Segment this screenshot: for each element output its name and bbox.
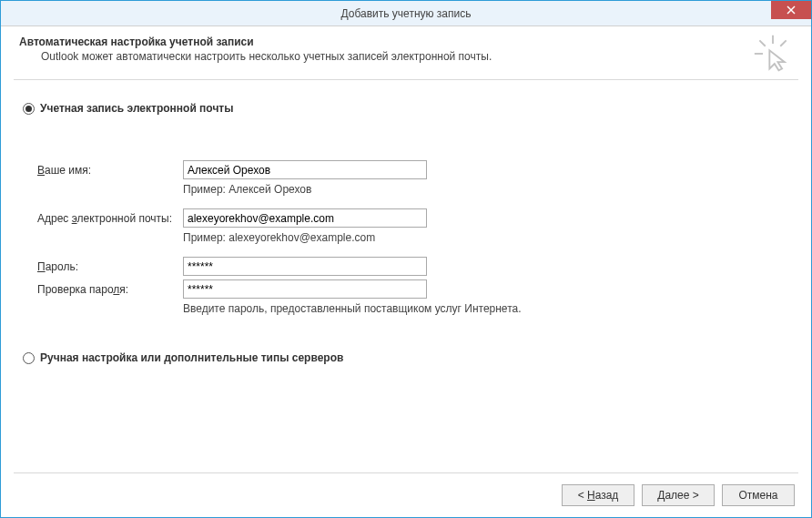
label-password: Пароль:	[37, 260, 183, 273]
header: Автоматическая настройка учетной записи …	[14, 36, 798, 70]
row-password: Пароль:	[37, 257, 789, 276]
radio-manual-row[interactable]: Ручная настройка или дополнительные типы…	[23, 351, 789, 364]
cursor-icon	[753, 34, 793, 76]
radio-manual[interactable]	[23, 352, 35, 364]
dialog-window: Добавить учетную запись Автоматическая н…	[0, 0, 812, 518]
radio-email-account-label: Учетная запись электронной почты	[40, 102, 234, 115]
row-email: Адрес электронной почты:	[37, 208, 789, 228]
close-icon	[787, 5, 796, 15]
header-divider	[14, 79, 798, 80]
svg-line-5	[780, 40, 786, 46]
close-button[interactable]	[771, 1, 811, 19]
footer: < Назад Далее > Отмена	[14, 472, 798, 506]
hint-email: Пример: alexeyorekhov@example.com	[183, 231, 789, 244]
back-button[interactable]: < Назад	[562, 484, 634, 506]
row-confirm: Проверка пароля:	[37, 279, 789, 299]
input-password[interactable]	[183, 257, 427, 276]
header-subtitle: Outlook может автоматически настроить не…	[14, 50, 798, 63]
label-name: Ваше имя:	[37, 164, 183, 177]
row-name: Ваше имя:	[37, 160, 789, 179]
hint-name: Пример: Алексей Орехов	[183, 183, 789, 196]
hint-password: Введите пароль, предоставленный поставщи…	[183, 302, 789, 315]
dialog-content: Автоматическая настройка учетной записи …	[1, 26, 811, 517]
form-area: Учетная запись электронной почты Ваше им…	[14, 102, 798, 364]
radio-email-account-row[interactable]: Учетная запись электронной почты	[23, 102, 789, 115]
input-name[interactable]	[183, 160, 427, 179]
radio-email-account[interactable]	[23, 103, 35, 115]
radio-manual-label: Ручная настройка или дополнительные типы…	[40, 351, 343, 364]
input-confirm[interactable]	[183, 279, 427, 299]
footer-divider	[14, 472, 798, 473]
label-confirm: Проверка пароля:	[37, 283, 183, 296]
window-title: Добавить учетную запись	[341, 7, 472, 20]
form-grid: Ваше имя: Пример: Алексей Орехов Адрес э…	[37, 160, 789, 315]
button-row: < Назад Далее > Отмена	[14, 484, 798, 506]
label-email: Адрес электронной почты:	[37, 212, 183, 225]
titlebar: Добавить учетную запись	[1, 1, 811, 26]
input-email[interactable]	[183, 208, 427, 228]
cancel-button[interactable]: Отмена	[722, 484, 795, 506]
header-title: Автоматическая настройка учетной записи	[14, 36, 798, 48]
next-button[interactable]: Далее >	[642, 484, 715, 506]
svg-line-4	[759, 40, 765, 46]
